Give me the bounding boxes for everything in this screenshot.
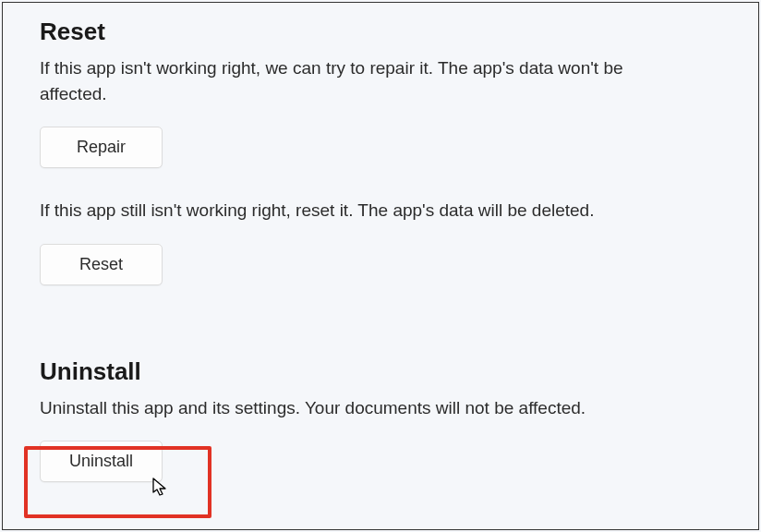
uninstall-description: Uninstall this app and its settings. You… (40, 395, 686, 421)
repair-button[interactable]: Repair (40, 127, 163, 168)
settings-panel: Reset If this app isn't working right, w… (2, 2, 759, 530)
repair-description: If this app isn't working right, we can … (40, 55, 686, 106)
reset-heading: Reset (40, 18, 721, 46)
reset-section: Reset If this app isn't working right, w… (40, 18, 721, 285)
reset-group: If this app still isn't working right, r… (40, 198, 721, 285)
uninstall-section: Uninstall Uninstall this app and its set… (40, 357, 721, 483)
repair-group: If this app isn't working right, we can … (40, 55, 721, 168)
reset-description: If this app still isn't working right, r… (40, 198, 686, 224)
uninstall-heading: Uninstall (40, 357, 721, 386)
reset-button[interactable]: Reset (40, 244, 163, 285)
uninstall-button[interactable]: Uninstall (40, 441, 163, 482)
